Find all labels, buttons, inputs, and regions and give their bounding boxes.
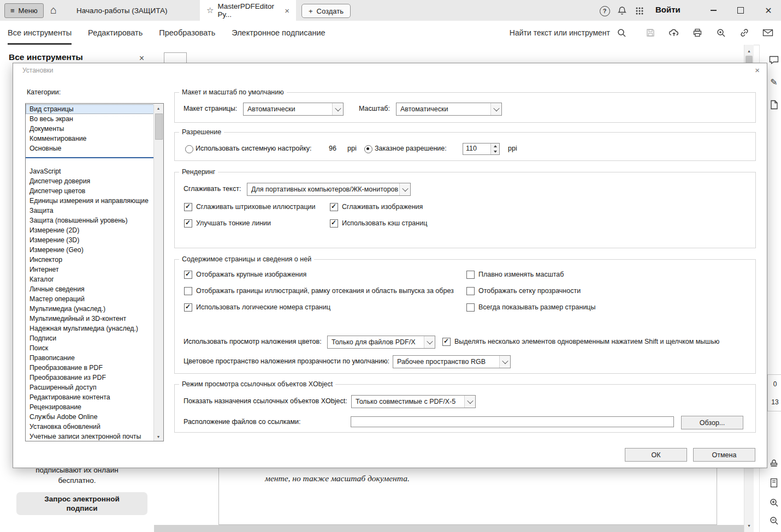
tab-esign[interactable]: Электронное подписание — [232, 21, 325, 45]
link-icon[interactable] — [738, 26, 751, 39]
category-item[interactable]: Редактирование контента — [26, 392, 154, 402]
scroll-down-icon[interactable]: ▼ — [154, 432, 163, 441]
ok-button[interactable]: ОК — [625, 448, 687, 462]
scroll-up-icon[interactable]: ▲ — [744, 46, 754, 55]
overprint-preview-select[interactable]: Только для файлов PDF/X — [327, 336, 435, 349]
category-item[interactable]: Защита — [26, 206, 154, 216]
category-item[interactable]: Надежная мультимедиа (унаслед.) — [26, 324, 154, 333]
category-item[interactable]: Рецензирование — [26, 402, 154, 412]
search-tool-button[interactable]: Найти текст или инструмент — [510, 26, 628, 39]
smooth-zoom-checkbox[interactable] — [466, 271, 475, 279]
smooth-images-checkbox[interactable] — [330, 203, 338, 211]
category-item[interactable]: Измерение (3D) — [26, 235, 154, 245]
close-tab-icon[interactable]: × — [285, 6, 289, 15]
category-item[interactable]: Защита (повышенный уровень) — [26, 216, 154, 225]
shift-multiselect-checkbox[interactable] — [442, 338, 451, 346]
category-item[interactable]: Мультимедийный и 3D-контент — [26, 314, 154, 324]
listbox-scrollbar[interactable]: ▲ ▼ — [153, 104, 163, 441]
page-view-icon[interactable] — [768, 477, 779, 488]
category-item[interactable]: Преобразование в PDF — [26, 363, 154, 373]
close-dialog-icon[interactable]: × — [755, 65, 760, 75]
category-item[interactable]: JavaScript — [26, 166, 154, 176]
show-transparency-grid-checkbox[interactable] — [466, 287, 475, 295]
page-layout-select[interactable]: Автоматически — [243, 103, 344, 116]
use-page-cache-checkbox[interactable] — [330, 219, 338, 228]
apps-grid-icon[interactable] — [634, 5, 645, 16]
save-icon[interactable] — [644, 26, 657, 39]
xobject-target-select[interactable]: Только совместимые с PDF/X-5 — [351, 395, 476, 408]
scrollbar-thumb[interactable] — [155, 113, 163, 140]
tab-document-getting-started[interactable]: Начало-работы (ЗАЩИТА) — [70, 0, 201, 21]
edit-pencil-icon[interactable]: ✎ — [768, 76, 779, 87]
category-item[interactable]: Вид страницы — [26, 104, 154, 114]
scroll-down-icon[interactable]: ▼ — [744, 521, 754, 530]
category-item[interactable]: Мастер операций — [26, 294, 154, 304]
category-item[interactable]: Службы Adobe Online — [26, 412, 154, 422]
category-item[interactable]: Основные — [26, 144, 154, 153]
tab-edit[interactable]: Редактировать — [88, 21, 143, 45]
show-art-trim-bleed-checkbox[interactable] — [184, 287, 192, 295]
custom-resolution-spinner[interactable]: 110 — [463, 143, 500, 155]
scroll-up-icon[interactable]: ▲ — [154, 104, 163, 112]
category-item[interactable]: Расширенный доступ — [26, 382, 154, 392]
close-window-button[interactable]: ✕ — [756, 0, 781, 21]
stamp-icon[interactable] — [768, 457, 779, 468]
category-item[interactable]: Поиск — [26, 343, 154, 353]
browse-button[interactable]: Обзор... — [681, 416, 743, 429]
category-item[interactable]: Установка обновлений — [26, 422, 154, 432]
tab-document-masterpdfeditor[interactable]: ☆ MasterPDFEditor Ру... × — [200, 0, 296, 21]
spinner-up-icon[interactable] — [491, 144, 499, 149]
category-item[interactable]: Измерение (2D) — [26, 225, 154, 235]
help-icon[interactable]: ? — [599, 5, 610, 16]
zoom-in-icon[interactable] — [768, 497, 779, 508]
category-item[interactable]: Комментирование — [26, 134, 154, 144]
close-panel-icon[interactable]: × — [139, 53, 144, 63]
request-esignature-button[interactable]: Запрос электронной подписи — [16, 492, 147, 515]
home-icon[interactable]: ⌂ — [50, 4, 57, 16]
logical-page-numbers-checkbox[interactable] — [184, 303, 192, 312]
category-item[interactable]: Каталог — [26, 274, 154, 284]
minimize-button[interactable] — [701, 0, 726, 21]
enhance-thin-lines-checkbox[interactable] — [184, 219, 192, 228]
system-resolution-radio[interactable] — [185, 145, 193, 153]
category-item[interactable]: Инспектор — [26, 255, 154, 265]
category-item[interactable]: Правописание — [26, 353, 154, 363]
zoom-out-icon[interactable] — [768, 515, 779, 526]
category-item[interactable]: Диспетчер доверия — [26, 176, 154, 186]
smooth-line-art-checkbox[interactable] — [184, 203, 192, 211]
category-item[interactable]: Учетные записи электронной почты — [26, 432, 154, 441]
advanced-search-icon[interactable] — [714, 26, 727, 39]
category-item[interactable]: Диспетчер цветов — [26, 186, 154, 196]
email-icon[interactable] — [761, 26, 774, 39]
system-resolution-value: 96 — [329, 145, 336, 152]
category-item[interactable]: Личные сведения — [26, 284, 154, 294]
category-item[interactable]: Измерение (Geo) — [26, 245, 154, 255]
category-item[interactable]: Документы — [26, 124, 154, 134]
tab-convert[interactable]: Преобразовать — [159, 21, 215, 45]
cancel-button[interactable]: Отмена — [693, 448, 755, 462]
maximize-button[interactable] — [728, 0, 753, 21]
cloud-upload-icon[interactable] — [667, 26, 681, 39]
category-item[interactable]: Мультимедиа (унаслед.) — [26, 304, 154, 314]
transparency-colorspace-select[interactable]: Рабочее пространство RGB — [393, 355, 511, 368]
smooth-text-select[interactable]: Для портативных компьютеров/ЖК-мониторов — [247, 183, 411, 196]
tab-all-tools[interactable]: Все инструменты — [8, 21, 72, 45]
menu-button[interactable]: ≡ Меню — [4, 3, 44, 18]
linked-files-input[interactable] — [351, 416, 674, 427]
sign-in-button[interactable]: Войти — [655, 5, 681, 14]
export-document-icon[interactable] — [768, 99, 779, 110]
show-large-images-checkbox[interactable] — [184, 271, 192, 279]
notifications-bell-icon[interactable] — [617, 5, 628, 16]
comment-icon[interactable] — [768, 55, 779, 65]
print-icon[interactable] — [691, 26, 704, 39]
category-item[interactable]: Во весь экран — [26, 114, 154, 124]
category-item[interactable]: Подписи — [26, 333, 154, 343]
create-button[interactable]: + Создать — [301, 4, 351, 18]
category-item[interactable]: Единицы измерения и направляющие — [26, 196, 154, 206]
zoom-select[interactable]: Автоматически — [396, 103, 502, 116]
category-item[interactable]: Интернет — [26, 265, 154, 274]
always-show-page-size-checkbox[interactable] — [466, 303, 475, 312]
category-item[interactable]: Преобразование из PDF — [26, 373, 154, 382]
spinner-down-icon[interactable] — [491, 149, 499, 154]
custom-resolution-radio[interactable] — [364, 145, 372, 153]
